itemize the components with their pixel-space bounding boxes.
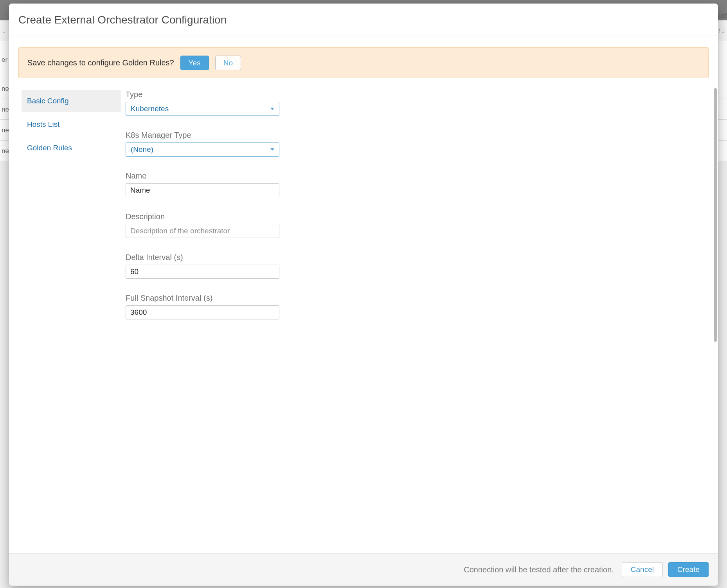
alert-no-button[interactable]: No [215,56,241,70]
field-description: Description [126,212,705,238]
create-button[interactable]: Create [668,562,709,577]
form-area: Type Kubernetes K8s Manager Type (None) [121,90,709,553]
input-delta-interval[interactable] [126,265,279,279]
chevron-down-icon [270,148,274,151]
modal-body: Basic Config Hosts List Golden Rules Typ… [9,78,718,553]
sort-icon: ↓ [2,20,6,41]
label-k8s-manager-type: K8s Manager Type [126,131,705,140]
field-name: Name [126,171,705,197]
sidebar-item-golden-rules[interactable]: Golden Rules [22,137,121,159]
chevron-down-icon [270,108,274,110]
modal-title: Create External Orchestrator Configurati… [18,14,709,26]
sidebar-item-basic-config[interactable]: Basic Config [22,90,121,112]
input-description[interactable] [126,224,279,238]
config-sidebar: Basic Config Hosts List Golden Rules [18,90,121,553]
select-k8s-manager-type[interactable]: (None) [126,142,279,157]
field-delta-interval: Delta Interval (s) [126,253,705,279]
sidebar-item-hosts-list[interactable]: Hosts List [22,114,121,135]
field-full-snapshot-interval: Full Snapshot Interval (s) [126,294,705,319]
field-type: Type Kubernetes [126,90,705,116]
label-type: Type [126,90,705,99]
select-k8s-manager-type-value: (None) [131,145,153,154]
modal-footer: Connection will be tested after the crea… [9,553,718,586]
modal-dialog: Create External Orchestrator Configurati… [9,4,718,586]
input-full-snapshot-interval[interactable] [126,305,279,319]
label-delta-interval: Delta Interval (s) [126,253,705,262]
golden-rules-alert: Save changes to configure Golden Rules? … [18,47,709,78]
select-type[interactable]: Kubernetes [126,102,279,116]
label-description: Description [126,212,705,221]
sidebar-item-label: Basic Config [27,97,69,105]
sidebar-item-label: Golden Rules [27,144,72,152]
sort-icon: ↑↓ [718,20,725,41]
label-full-snapshot-interval: Full Snapshot Interval (s) [126,294,705,303]
input-name[interactable] [126,183,279,197]
select-type-value: Kubernetes [131,105,169,113]
field-k8s-manager-type: K8s Manager Type (None) [126,131,705,157]
alert-text: Save changes to configure Golden Rules? [27,58,174,67]
modal-header: Create External Orchestrator Configurati… [9,4,718,36]
sidebar-item-label: Hosts List [27,120,59,129]
footer-note: Connection will be tested after the crea… [464,565,614,574]
cancel-button[interactable]: Cancel [622,562,663,577]
label-name: Name [126,171,705,180]
alert-yes-button[interactable]: Yes [180,56,209,70]
